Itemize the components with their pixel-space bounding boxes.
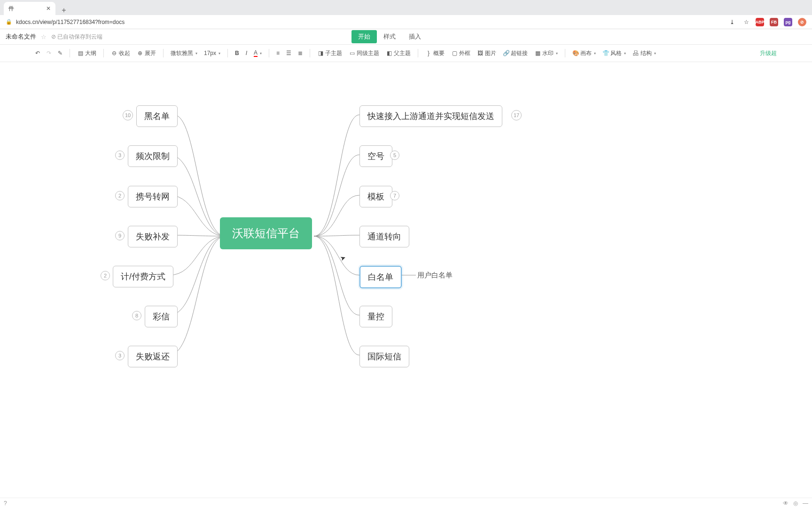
tab-start[interactable]: 开始 (351, 30, 377, 43)
doc-title: 未命名文件 (6, 32, 36, 41)
mindmap-connectors (0, 62, 658, 401)
lock-icon: 🔒 (6, 19, 12, 25)
collapse-button[interactable]: ⊖收起 (109, 48, 133, 59)
align-right-button[interactable]: ≣ (296, 48, 305, 58)
browser-tab[interactable]: 件 ✕ (4, 2, 55, 15)
ext-pg[interactable]: pg (784, 18, 792, 26)
ext-abp[interactable]: ABP (756, 18, 764, 26)
left-node-6[interactable]: 失败返还 (128, 346, 178, 367)
style-button[interactable]: 👕风格▾ (600, 48, 628, 59)
left-node-3[interactable]: 失败补发 (128, 226, 178, 247)
left-badge-2[interactable]: 2 (115, 191, 125, 200)
image-button[interactable]: 🖼图片 (475, 48, 499, 59)
hyperlink-button[interactable]: 🔗超链接 (500, 48, 530, 59)
right-badge-1[interactable]: 5 (390, 151, 399, 160)
central-node[interactable]: 沃联短信平台 (220, 217, 312, 249)
outline-button[interactable]: ▤大纲 (75, 48, 99, 59)
undo-button[interactable]: ↶ (33, 48, 42, 58)
expand-button[interactable]: ⊕展开 (134, 48, 158, 59)
ext-block-icon[interactable]: ⊘ (798, 18, 806, 26)
install-icon[interactable]: ⤓ (728, 18, 736, 26)
left-badge-0[interactable]: 10 (123, 110, 133, 120)
right-node-5[interactable]: 量控 (359, 306, 392, 327)
fontsize-select[interactable]: 17px▾ (202, 48, 223, 58)
align-left-button[interactable]: ≡ (274, 48, 282, 58)
right-node-3[interactable]: 通道转向 (359, 226, 409, 247)
bold-button[interactable]: B (233, 48, 242, 58)
left-node-5[interactable]: 彩信 (145, 306, 178, 327)
left-node-1[interactable]: 频次限制 (128, 145, 178, 167)
right-node-1[interactable]: 空号 (359, 145, 392, 167)
right-node-2[interactable]: 模板 (359, 186, 392, 207)
left-node-2[interactable]: 携号转网 (128, 186, 178, 207)
mindmap-canvas[interactable]: 沃联短信平台 黑名单 10 频次限制 3 携号转网 2 失败补发 9 计/付费方… (0, 62, 812, 401)
favorite-icon[interactable]: ☆ (41, 33, 47, 40)
right-node-4[interactable]: 白名单 (359, 266, 402, 288)
right-badge-2[interactable]: 7 (390, 191, 399, 200)
star-icon[interactable]: ☆ (742, 18, 750, 26)
align-center-button[interactable]: ☰ (284, 48, 294, 58)
font-color-button[interactable]: A▾ (251, 48, 264, 58)
ext-fb[interactable]: FB (770, 18, 778, 26)
subtopic-button[interactable]: ◨子主题 (315, 48, 344, 59)
left-badge-3[interactable]: 9 (115, 231, 125, 240)
cloud-status: ⊘ 已自动保存到云端 (51, 33, 102, 41)
left-node-4[interactable]: 计/付费方式 (113, 266, 173, 287)
watermark-button[interactable]: ▦水印▾ (532, 48, 560, 59)
left-badge-6[interactable]: 3 (115, 351, 125, 360)
peertopic-button[interactable]: ▭同级主题 (346, 48, 382, 59)
right-node-6[interactable]: 国际短信 (359, 346, 409, 367)
tab-insert[interactable]: 插入 (402, 30, 428, 43)
parenttopic-button[interactable]: ◧父主题 (383, 48, 413, 59)
upgrade-link[interactable]: 升级超 (757, 48, 779, 59)
summary-button[interactable]: }概要 (423, 48, 447, 59)
cloud-icon: ⊘ (51, 33, 56, 40)
border-button[interactable]: ▢外框 (449, 48, 473, 59)
left-badge-1[interactable]: 3 (115, 151, 125, 160)
new-tab-button[interactable]: + (59, 6, 69, 15)
left-badge-4[interactable]: 2 (101, 271, 110, 280)
url-text[interactable]: kdocs.cn/view/p/117527716834?from=docs (16, 19, 125, 25)
tab-style[interactable]: 样式 (377, 30, 402, 43)
canvas-button[interactable]: 🎨画布▾ (570, 48, 598, 59)
right-node-0[interactable]: 快速接入上游通道并实现短信发送 (359, 105, 502, 127)
redo-button[interactable]: ↷ (44, 48, 54, 58)
left-badge-5[interactable]: 8 (132, 311, 141, 320)
left-node-0[interactable]: 黑名单 (136, 105, 178, 127)
structure-button[interactable]: 品结构▾ (630, 48, 658, 59)
italic-button[interactable]: I (243, 48, 250, 58)
font-select[interactable]: 微软雅黑▾ (168, 48, 200, 59)
right-node-4-child[interactable]: 用户白名单 (417, 271, 453, 280)
close-icon[interactable]: ✕ (46, 5, 51, 12)
tab-title: 件 (8, 5, 14, 13)
format-painter-button[interactable]: ✎ (55, 48, 65, 58)
right-badge-0[interactable]: 17 (511, 110, 522, 120)
